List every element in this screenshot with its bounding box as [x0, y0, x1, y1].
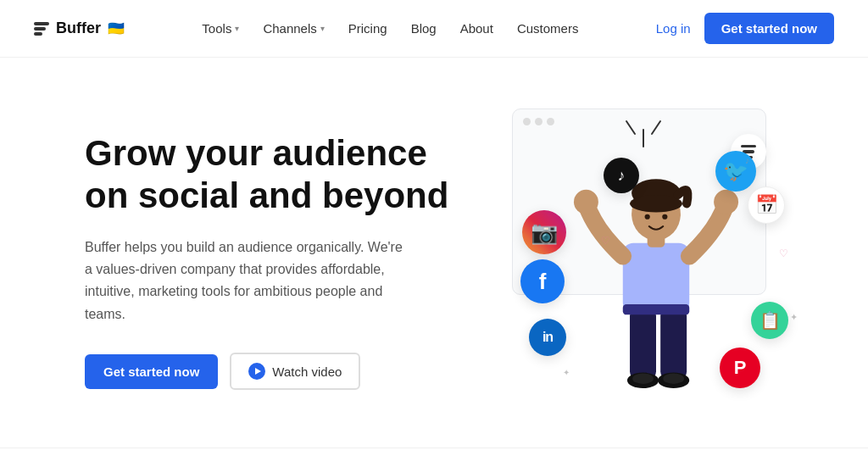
- svg-rect-1: [660, 309, 687, 379]
- chevron-down-icon: ▾: [320, 24, 325, 33]
- svg-point-12: [645, 214, 650, 220]
- nav-actions: Log in Get started now: [656, 13, 834, 44]
- nav-cta-button[interactable]: Get started now: [704, 13, 834, 44]
- hero-content: Grow your audience on social and beyond …: [85, 132, 448, 390]
- nav-about[interactable]: About: [460, 21, 493, 36]
- login-button[interactable]: Log in: [656, 21, 691, 36]
- chevron-down-icon: ▾: [235, 24, 239, 33]
- svg-text:✦: ✦: [790, 312, 798, 322]
- svg-rect-4: [623, 243, 689, 314]
- hero-description: Buffer helps you build an audience organ…: [85, 236, 407, 326]
- svg-point-6: [574, 190, 598, 214]
- notes-icon: 📋: [751, 302, 788, 339]
- hero-cta-button[interactable]: Get started now: [85, 354, 218, 389]
- play-icon: [248, 363, 265, 380]
- linkedin-icon: in: [529, 319, 566, 356]
- logo-icon: [34, 22, 49, 36]
- svg-rect-5: [623, 304, 689, 314]
- logo-text: Buffer: [56, 19, 101, 37]
- pinterest-icon: P: [720, 348, 760, 388]
- svg-rect-0: [630, 309, 656, 379]
- watch-video-label: Watch video: [272, 364, 342, 379]
- svg-point-7: [714, 190, 738, 214]
- brand-logos-bar: #Huckberry FOOD52 The Sill BURROW Happy …: [0, 448, 868, 456]
- calendar-icon: 📅: [748, 186, 785, 224]
- nav-pricing[interactable]: Pricing: [348, 21, 387, 36]
- svg-point-15: [663, 374, 684, 384]
- watch-video-button[interactable]: Watch video: [230, 353, 360, 390]
- hero-title: Grow your audience on social and beyond: [85, 132, 448, 218]
- twitter-icon: 🐦: [715, 151, 756, 192]
- logo[interactable]: Buffer 🇺🇦: [34, 19, 125, 37]
- facebook-icon: f: [520, 259, 565, 303]
- svg-point-13: [662, 214, 667, 220]
- hero-section: Grow your audience on social and beyond …: [0, 58, 868, 448]
- navbar: Buffer 🇺🇦 Tools ▾ Channels ▾ Pricing Blo…: [0, 0, 868, 58]
- nav-links: Tools ▾ Channels ▾ Pricing Blog About Cu…: [202, 21, 578, 36]
- nav-channels[interactable]: Channels ▾: [263, 21, 324, 36]
- browser-dots: [513, 109, 765, 134]
- svg-text:♡: ♡: [779, 247, 788, 259]
- hero-buttons: Get started now Watch video: [85, 353, 448, 390]
- tiktok-icon: ♪: [604, 158, 639, 193]
- nav-blog[interactable]: Blog: [411, 21, 437, 36]
- hero-illustration: ♪ 🐦 📷 f 📅 in 📋 P: [478, 108, 834, 414]
- svg-point-14: [632, 374, 654, 384]
- nav-tools[interactable]: Tools ▾: [202, 21, 239, 36]
- nav-customers[interactable]: Customers: [517, 21, 579, 36]
- ukraine-flag: 🇺🇦: [108, 20, 125, 36]
- instagram-icon: 📷: [522, 210, 566, 254]
